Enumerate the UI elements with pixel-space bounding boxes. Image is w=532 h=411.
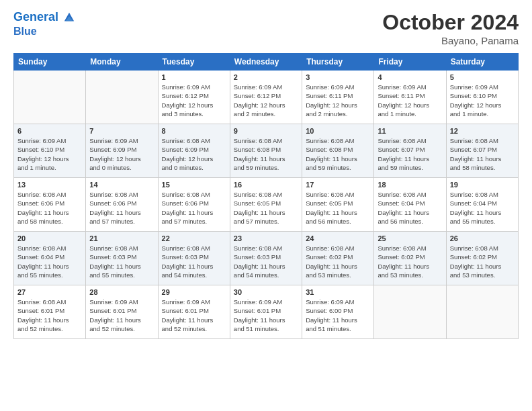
table-row: 28Sunrise: 6:09 AM Sunset: 6:01 PM Dayli… <box>86 285 158 339</box>
calendar-week-row: 27Sunrise: 6:08 AM Sunset: 6:01 PM Dayli… <box>14 285 519 339</box>
day-number: 15 <box>162 181 226 189</box>
logo-icon <box>63 11 75 24</box>
day-detail: Sunrise: 6:09 AM Sunset: 6:10 PM Dayligh… <box>17 136 82 172</box>
table-row: 29Sunrise: 6:09 AM Sunset: 6:01 PM Dayli… <box>158 285 230 339</box>
table-row: 16Sunrise: 6:08 AM Sunset: 6:05 PM Dayli… <box>230 178 302 232</box>
table-row: 14Sunrise: 6:08 AM Sunset: 6:06 PM Dayli… <box>86 178 158 232</box>
day-detail: Sunrise: 6:09 AM Sunset: 6:09 PM Dayligh… <box>89 136 154 172</box>
day-detail: Sunrise: 6:08 AM Sunset: 6:06 PM Dayligh… <box>17 190 82 226</box>
day-number: 30 <box>234 288 298 296</box>
page-header: General Blue October 2024 Bayano, Panama <box>13 10 519 46</box>
table-row: 12Sunrise: 6:08 AM Sunset: 6:07 PM Dayli… <box>446 124 518 178</box>
day-number: 12 <box>450 127 515 135</box>
day-number: 21 <box>89 234 154 242</box>
day-detail: Sunrise: 6:08 AM Sunset: 6:08 PM Dayligh… <box>234 136 298 172</box>
table-row: 7Sunrise: 6:09 AM Sunset: 6:09 PM Daylig… <box>86 124 158 178</box>
title-block: October 2024 Bayano, Panama <box>382 10 519 46</box>
table-row: 21Sunrise: 6:08 AM Sunset: 6:03 PM Dayli… <box>86 232 158 285</box>
day-number: 7 <box>89 127 154 135</box>
table-row: 10Sunrise: 6:08 AM Sunset: 6:08 PM Dayli… <box>302 124 374 178</box>
table-row: 11Sunrise: 6:08 AM Sunset: 6:07 PM Dayli… <box>374 124 446 178</box>
day-number: 6 <box>17 127 82 135</box>
day-number: 31 <box>306 288 370 296</box>
day-detail: Sunrise: 6:08 AM Sunset: 6:09 PM Dayligh… <box>162 136 226 172</box>
month-title: October 2024 <box>382 10 519 35</box>
table-row: 27Sunrise: 6:08 AM Sunset: 6:01 PM Dayli… <box>14 285 86 339</box>
calendar-week-row: 20Sunrise: 6:08 AM Sunset: 6:04 PM Dayli… <box>14 232 519 285</box>
day-detail: Sunrise: 6:09 AM Sunset: 6:12 PM Dayligh… <box>162 83 226 118</box>
table-row: 9Sunrise: 6:08 AM Sunset: 6:08 PM Daylig… <box>230 124 302 178</box>
calendar-week-row: 6Sunrise: 6:09 AM Sunset: 6:10 PM Daylig… <box>14 124 519 178</box>
table-row: 31Sunrise: 6:09 AM Sunset: 6:00 PM Dayli… <box>302 285 374 339</box>
day-number: 17 <box>306 181 370 189</box>
table-row: 25Sunrise: 6:08 AM Sunset: 6:02 PM Dayli… <box>374 232 446 285</box>
table-row: 15Sunrise: 6:08 AM Sunset: 6:06 PM Dayli… <box>158 178 230 232</box>
table-row: 13Sunrise: 6:08 AM Sunset: 6:06 PM Dayli… <box>14 178 86 232</box>
table-row: 2Sunrise: 6:09 AM Sunset: 6:12 PM Daylig… <box>230 71 302 124</box>
table-row: 22Sunrise: 6:08 AM Sunset: 6:03 PM Dayli… <box>158 232 230 285</box>
day-detail: Sunrise: 6:09 AM Sunset: 6:11 PM Dayligh… <box>306 83 370 118</box>
day-detail: Sunrise: 6:08 AM Sunset: 6:07 PM Dayligh… <box>450 136 515 172</box>
day-number: 18 <box>378 181 442 189</box>
day-number: 24 <box>306 234 370 242</box>
day-number: 13 <box>17 181 82 189</box>
col-saturday: Saturday <box>446 54 518 71</box>
day-number: 26 <box>450 234 515 242</box>
day-detail: Sunrise: 6:09 AM Sunset: 6:01 PM Dayligh… <box>234 298 298 333</box>
day-number: 5 <box>450 73 515 81</box>
table-row: 3Sunrise: 6:09 AM Sunset: 6:11 PM Daylig… <box>302 71 374 124</box>
day-detail: Sunrise: 6:08 AM Sunset: 6:07 PM Dayligh… <box>378 136 442 172</box>
day-number: 28 <box>89 288 154 296</box>
table-row <box>374 285 446 339</box>
table-row: 24Sunrise: 6:08 AM Sunset: 6:02 PM Dayli… <box>302 232 374 285</box>
day-number: 22 <box>162 234 226 242</box>
day-number: 27 <box>17 288 82 296</box>
day-number: 3 <box>306 73 370 81</box>
table-row: 19Sunrise: 6:08 AM Sunset: 6:04 PM Dayli… <box>446 178 518 232</box>
day-number: 19 <box>450 181 515 189</box>
col-thursday: Thursday <box>302 54 374 71</box>
table-row: 18Sunrise: 6:08 AM Sunset: 6:04 PM Dayli… <box>374 178 446 232</box>
day-number: 4 <box>378 73 442 81</box>
calendar-week-row: 1Sunrise: 6:09 AM Sunset: 6:12 PM Daylig… <box>14 71 519 124</box>
table-row <box>86 71 158 124</box>
day-detail: Sunrise: 6:08 AM Sunset: 6:02 PM Dayligh… <box>450 244 515 279</box>
day-number: 29 <box>162 288 226 296</box>
day-detail: Sunrise: 6:08 AM Sunset: 6:03 PM Dayligh… <box>89 244 154 279</box>
day-detail: Sunrise: 6:09 AM Sunset: 6:01 PM Dayligh… <box>162 298 226 333</box>
logo: General Blue <box>13 10 75 38</box>
day-number: 20 <box>17 234 82 242</box>
day-detail: Sunrise: 6:08 AM Sunset: 6:03 PM Dayligh… <box>162 244 226 279</box>
location: Bayano, Panama <box>382 35 519 46</box>
day-detail: Sunrise: 6:08 AM Sunset: 6:01 PM Dayligh… <box>17 298 82 333</box>
table-row: 17Sunrise: 6:08 AM Sunset: 6:05 PM Dayli… <box>302 178 374 232</box>
table-row: 5Sunrise: 6:09 AM Sunset: 6:10 PM Daylig… <box>446 71 518 124</box>
logo-text: General <box>13 10 75 25</box>
day-detail: Sunrise: 6:08 AM Sunset: 6:04 PM Dayligh… <box>450 190 515 226</box>
calendar-header-row: Sunday Monday Tuesday Wednesday Thursday… <box>14 54 519 71</box>
day-detail: Sunrise: 6:09 AM Sunset: 6:10 PM Dayligh… <box>450 83 515 118</box>
col-tuesday: Tuesday <box>158 54 230 71</box>
day-number: 14 <box>89 181 154 189</box>
day-detail: Sunrise: 6:08 AM Sunset: 6:05 PM Dayligh… <box>234 190 298 226</box>
calendar-week-row: 13Sunrise: 6:08 AM Sunset: 6:06 PM Dayli… <box>14 178 519 232</box>
table-row: 1Sunrise: 6:09 AM Sunset: 6:12 PM Daylig… <box>158 71 230 124</box>
table-row: 6Sunrise: 6:09 AM Sunset: 6:10 PM Daylig… <box>14 124 86 178</box>
day-detail: Sunrise: 6:08 AM Sunset: 6:03 PM Dayligh… <box>234 244 298 279</box>
table-row <box>14 71 86 124</box>
table-row: 4Sunrise: 6:09 AM Sunset: 6:11 PM Daylig… <box>374 71 446 124</box>
day-detail: Sunrise: 6:08 AM Sunset: 6:04 PM Dayligh… <box>378 190 442 226</box>
day-detail: Sunrise: 6:09 AM Sunset: 6:00 PM Dayligh… <box>306 298 370 333</box>
day-number: 2 <box>234 73 298 81</box>
col-friday: Friday <box>374 54 446 71</box>
day-number: 9 <box>234 127 298 135</box>
col-monday: Monday <box>86 54 158 71</box>
col-sunday: Sunday <box>14 54 86 71</box>
day-detail: Sunrise: 6:09 AM Sunset: 6:12 PM Dayligh… <box>234 83 298 118</box>
table-row: 30Sunrise: 6:09 AM Sunset: 6:01 PM Dayli… <box>230 285 302 339</box>
day-number: 1 <box>162 73 226 81</box>
day-number: 25 <box>378 234 442 242</box>
day-number: 23 <box>234 234 298 242</box>
day-detail: Sunrise: 6:08 AM Sunset: 6:06 PM Dayligh… <box>162 190 226 226</box>
table-row: 23Sunrise: 6:08 AM Sunset: 6:03 PM Dayli… <box>230 232 302 285</box>
